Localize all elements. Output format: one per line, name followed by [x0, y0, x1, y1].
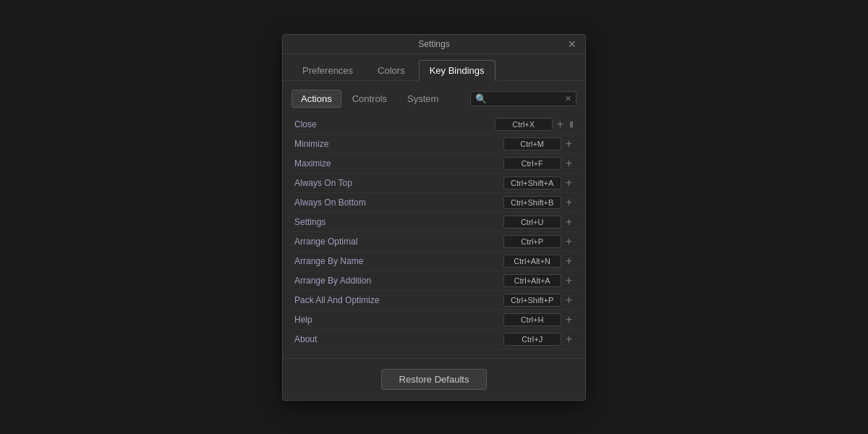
keybind-right: Ctrl+U+ [503, 216, 574, 229]
keybind-label: Always On Top [294, 178, 503, 188]
keybind-label: Arrange Optimal [294, 237, 503, 247]
keybind-row: HelpCtrl+H+ [292, 310, 576, 330]
keybind-row: Arrange By NameCtrl+Alt+N+ [292, 252, 576, 271]
keybind-key: Ctrl+Shift+B [503, 196, 561, 209]
keybind-row: SettingsCtrl+U+ [292, 213, 576, 232]
sub-tab-controls[interactable]: Controls [343, 90, 396, 108]
dialog-title: Settings [418, 39, 449, 49]
title-bar: Settings ✕ [283, 35, 585, 54]
keybind-right: Ctrl+F+ [503, 157, 574, 170]
keybind-label: Close [294, 119, 495, 129]
keybind-key: Ctrl+J [503, 333, 561, 346]
sub-tab-row: Actions Controls System 🔍 ✕ [292, 90, 576, 108]
keybind-add-button[interactable]: + [564, 255, 574, 267]
keybind-row: MaximizeCtrl+F+ [292, 154, 576, 174]
keybind-label: Arrange By Name [294, 256, 503, 266]
keybind-add-button[interactable]: + [564, 158, 574, 169]
keybind-right: Ctrl+Alt+A+ [503, 274, 574, 287]
keybind-right: Ctrl+M+ [503, 137, 574, 150]
keybind-right: Ctrl+Alt+N+ [503, 255, 574, 268]
keybind-add-button[interactable]: + [564, 333, 574, 345]
keybind-row: AboutCtrl+J+ [292, 330, 576, 349]
keybind-key: Ctrl+Alt+A [503, 274, 561, 287]
keybind-add-button[interactable]: + [556, 119, 565, 130]
keybind-right: Ctrl+Shift+P+ [503, 294, 574, 307]
keybind-label: Maximize [294, 158, 503, 169]
keybind-row: Always On TopCtrl+Shift+A+ [292, 174, 576, 193]
keybind-key: Ctrl+F [503, 157, 561, 170]
keybind-key: Ctrl+P [503, 235, 561, 248]
tab-colors[interactable]: Colors [367, 60, 416, 80]
keybind-label: Pack All And Optimize [294, 295, 503, 305]
keybind-label: Arrange By Addition [294, 276, 503, 286]
keybind-key: Ctrl+M [503, 137, 561, 150]
keybind-label: Settings [294, 217, 503, 227]
restore-defaults-button[interactable]: Restore Defaults [381, 369, 488, 390]
keybind-key: Ctrl+Shift+A [503, 176, 561, 190]
keybind-right: Ctrl+Shift+B+ [503, 196, 574, 209]
search-box: 🔍 ✕ [470, 91, 576, 106]
keybind-right: Ctrl+J+ [503, 333, 574, 346]
keybind-right: Ctrl+X+▮ [495, 118, 574, 131]
keybind-add-button[interactable]: + [564, 314, 574, 326]
keybind-add-button[interactable]: + [564, 216, 574, 228]
sub-tab-system[interactable]: System [398, 90, 448, 108]
settings-dialog: Settings ✕ Preferences Colors Key Bindin… [282, 34, 586, 401]
sub-tabs: Actions Controls System [292, 90, 448, 108]
content-area: Actions Controls System 🔍 ✕ CloseCtrl+X+… [283, 81, 585, 358]
keybind-label: Minimize [294, 139, 503, 149]
tab-keybindings[interactable]: Key Bindings [419, 60, 495, 81]
keybind-add-button[interactable]: + [564, 294, 574, 306]
search-clear-button[interactable]: ✕ [565, 94, 571, 103]
keybind-add-button[interactable]: + [564, 236, 574, 247]
keybind-right: Ctrl+Shift+A+ [503, 176, 574, 190]
keybind-key: Ctrl+H [503, 313, 561, 326]
footer: Restore Defaults [283, 358, 585, 400]
keybind-add-button[interactable]: + [564, 197, 574, 208]
keybind-row: MinimizeCtrl+M+ [292, 135, 576, 154]
keybind-list: CloseCtrl+X+▮MinimizeCtrl+M+MaximizeCtrl… [292, 115, 576, 349]
keybind-row: Arrange OptimalCtrl+P+ [292, 232, 576, 252]
keybind-key: Ctrl+Alt+N [503, 255, 561, 268]
search-icon: 🔍 [475, 93, 487, 104]
keybind-add-button[interactable]: + [564, 275, 574, 286]
keybind-right: Ctrl+P+ [503, 235, 574, 248]
keybind-row: Arrange By AdditionCtrl+Alt+A+ [292, 271, 576, 291]
keybind-key: Ctrl+Shift+P [503, 294, 561, 307]
tab-preferences[interactable]: Preferences [292, 60, 364, 80]
keybind-row: Always On BottomCtrl+Shift+B+ [292, 193, 576, 213]
keybind-label: Always On Bottom [294, 197, 503, 208]
keybind-right: Ctrl+H+ [503, 313, 574, 326]
keybind-key: Ctrl+U [503, 216, 561, 229]
keybind-add-button[interactable]: + [564, 177, 574, 189]
keybind-row: Pack All And OptimizeCtrl+Shift+P+ [292, 291, 576, 310]
search-input[interactable] [490, 93, 562, 103]
close-button[interactable]: ✕ [565, 38, 579, 51]
keybind-key: Ctrl+X [495, 118, 553, 131]
keybind-label: About [294, 334, 503, 344]
sub-tab-actions[interactable]: Actions [292, 90, 341, 108]
keybind-delete-icon[interactable]: ▮ [569, 119, 574, 129]
keybind-row: CloseCtrl+X+▮ [292, 115, 576, 135]
outer-tab-bar: Preferences Colors Key Bindings [283, 54, 585, 81]
keybind-add-button[interactable]: + [564, 138, 574, 150]
keybind-label: Help [294, 315, 503, 325]
